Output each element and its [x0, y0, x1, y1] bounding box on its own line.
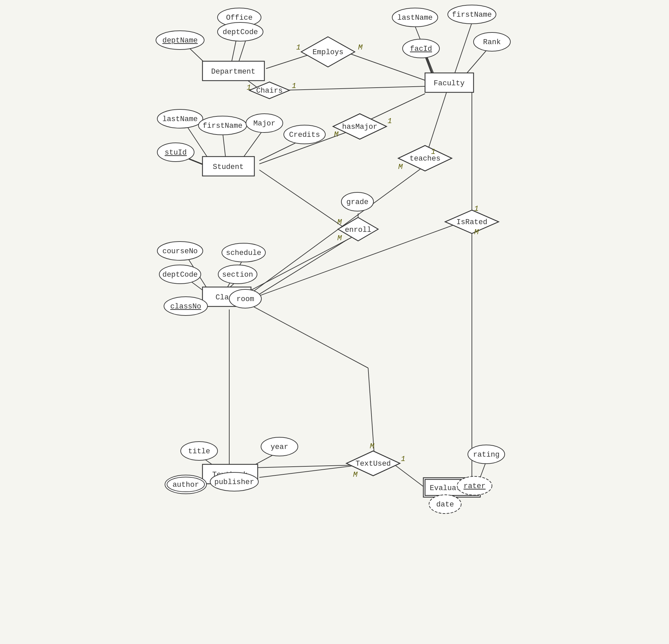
- attr-fac-lastname-label: lastName: [397, 14, 433, 22]
- attr-year-label: year: [270, 443, 288, 451]
- attr-courseno-label: courseNo: [162, 247, 198, 256]
- relationship-chairs-label: Chairs: [256, 87, 283, 95]
- attr-publisher-label: publisher: [214, 478, 254, 486]
- attr-section-label: section: [222, 271, 253, 279]
- attr-deptname-label: deptName: [162, 37, 198, 45]
- card-israted-1: 1: [474, 205, 479, 213]
- er-diagram: Department Faculty Student Class Textboo…: [151, 0, 519, 644]
- entity-department-label: Department: [211, 68, 255, 76]
- attr-grade-label: grade: [346, 198, 368, 206]
- relationship-employs-label: Employs: [312, 48, 343, 57]
- svg-line-6: [454, 23, 472, 77]
- relationship-enroll-label: enroll: [345, 226, 371, 234]
- entity-student-label: Student: [213, 163, 243, 171]
- card-textused-m-bot: M: [353, 471, 358, 479]
- attr-fac-firstname-label: firstName: [452, 11, 492, 19]
- attr-stu-lastname-label: lastName: [162, 115, 198, 124]
- svg-line-37: [249, 239, 348, 300]
- attr-rater-label: rater: [463, 482, 485, 490]
- attr-major-label: Major: [253, 119, 275, 128]
- attr-facid-label: facId: [410, 45, 432, 53]
- svg-line-26: [249, 166, 425, 295]
- attr-rank-label: Rank: [483, 38, 501, 46]
- attr-stu-firstname-label: firstName: [202, 122, 242, 130]
- svg-line-21: [368, 94, 425, 120]
- svg-line-44: [249, 304, 368, 368]
- relationship-textused-label: TextUsed: [355, 460, 391, 468]
- relationship-teaches-label: teaches: [409, 155, 440, 163]
- svg-line-18: [241, 128, 265, 161]
- card-chairs-1b: 1: [292, 82, 296, 90]
- svg-line-12: [280, 86, 425, 90]
- card-employs-1: 1: [296, 43, 300, 52]
- card-chairs-1a: 1: [247, 84, 251, 92]
- relationship-hasmajor-label: hasMajor: [342, 123, 378, 131]
- svg-line-43: [368, 368, 374, 453]
- card-hasmajor-1: 1: [387, 117, 392, 126]
- attr-office-label: Office: [226, 14, 252, 22]
- attr-schedule-label: schedule: [226, 249, 261, 257]
- attr-class-deptcode-label: deptCode: [162, 271, 198, 279]
- attr-stuid-label: stuId: [164, 148, 186, 157]
- card-teaches-1: 1: [431, 148, 436, 156]
- attr-title-label: title: [188, 447, 210, 456]
- attr-date-label: date: [436, 500, 454, 509]
- card-hasmajor-m: M: [334, 130, 339, 139]
- card-textused-m-top: M: [370, 442, 374, 450]
- card-employs-m: M: [358, 43, 363, 52]
- card-enroll-m-cls: M: [337, 234, 342, 243]
- entity-faculty-label: Faculty: [433, 79, 464, 88]
- card-teaches-m: M: [398, 163, 403, 171]
- card-enroll-m-stu: M: [337, 218, 342, 227]
- attr-credits-label: Credits: [289, 131, 319, 139]
- attr-deptcode-label: deptCode: [223, 28, 258, 37]
- attr-classno-label: classNo: [170, 302, 201, 311]
- attr-room-label: room: [236, 295, 254, 303]
- relationship-israted-label: IsRated: [456, 218, 487, 227]
- card-textused-1: 1: [401, 455, 405, 463]
- card-israted-m: M: [474, 228, 479, 237]
- attr-rating-label: rating: [473, 450, 499, 459]
- attr-author-label: author: [172, 481, 199, 489]
